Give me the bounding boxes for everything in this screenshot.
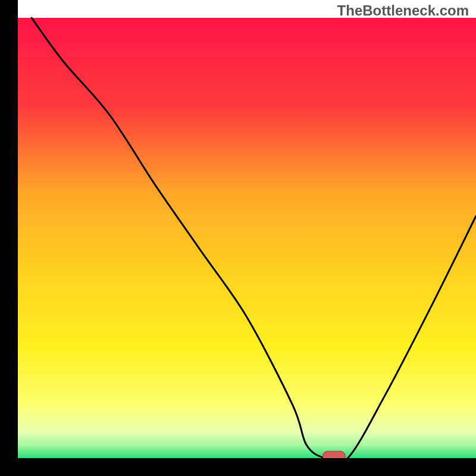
axis-left [0, 0, 18, 476]
axis-bottom [0, 458, 476, 476]
gradient-background [18, 18, 476, 458]
chart-canvas [0, 0, 476, 476]
top-margin [0, 0, 476, 18]
bottleneck-chart [0, 0, 476, 476]
